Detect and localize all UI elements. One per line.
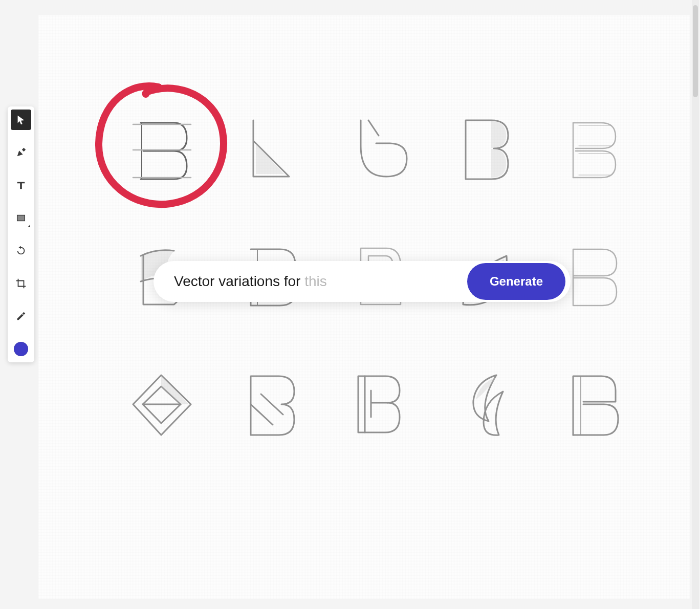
selection-tool[interactable]	[11, 110, 31, 130]
sketch-cell-13[interactable]	[432, 348, 535, 461]
sketch-cell-11[interactable]	[217, 348, 320, 461]
sketch-cell-1[interactable]	[217, 92, 320, 205]
sketch-b-2	[340, 110, 412, 187]
fill-color-swatch[interactable]	[11, 339, 31, 359]
type-icon	[15, 180, 27, 191]
sketch-cell-12[interactable]	[325, 348, 427, 461]
crop-tool[interactable]	[11, 273, 31, 294]
cursor-icon	[15, 114, 27, 125]
rotate-tool[interactable]	[11, 241, 31, 261]
sketch-cell-2[interactable]	[325, 92, 427, 205]
type-tool[interactable]	[11, 175, 31, 195]
tools-toolbar	[8, 106, 34, 362]
ai-prompt-input[interactable]: Vector variations for this	[174, 273, 467, 290]
sketch-b-1	[233, 110, 304, 187]
pen-tool[interactable]	[11, 142, 31, 163]
color-swatch-icon	[14, 342, 28, 356]
sketch-b-14	[555, 366, 627, 443]
prompt-typed-text: Vector variations for	[174, 273, 304, 289]
sketch-b-4	[555, 110, 627, 187]
sketch-cell-4[interactable]	[540, 92, 642, 205]
tool-more-indicator	[28, 225, 30, 227]
sketch-b-10	[125, 366, 197, 443]
sketch-cell-0[interactable]	[110, 92, 212, 205]
sketch-b-13	[448, 366, 519, 443]
sketch-b-0	[125, 110, 197, 187]
rectangle-icon	[15, 212, 27, 224]
crop-icon	[15, 278, 27, 289]
canvas-artboard[interactable]: Vector variations for this Generate	[38, 15, 690, 599]
generate-button[interactable]: Generate	[467, 263, 565, 300]
rectangle-tool[interactable]	[11, 208, 31, 228]
sketch-cell-14[interactable]	[540, 348, 642, 461]
sketch-b-12	[340, 366, 412, 443]
scrollbar-thumb[interactable]	[693, 5, 698, 97]
prompt-placeholder-tail: this	[304, 273, 327, 289]
svg-rect-0	[17, 215, 25, 221]
pen-icon	[15, 147, 27, 158]
eyedropper-tool[interactable]	[11, 306, 31, 327]
sketch-b-11	[233, 366, 304, 443]
sketch-cell-10[interactable]	[110, 348, 212, 461]
sketch-b-3	[448, 110, 519, 187]
rotate-icon	[15, 245, 27, 256]
sketch-cell-3[interactable]	[432, 92, 535, 205]
eyedropper-icon	[15, 311, 27, 322]
ai-prompt-bar: Vector variations for this Generate	[154, 261, 571, 302]
vertical-scrollbar[interactable]	[692, 0, 699, 609]
